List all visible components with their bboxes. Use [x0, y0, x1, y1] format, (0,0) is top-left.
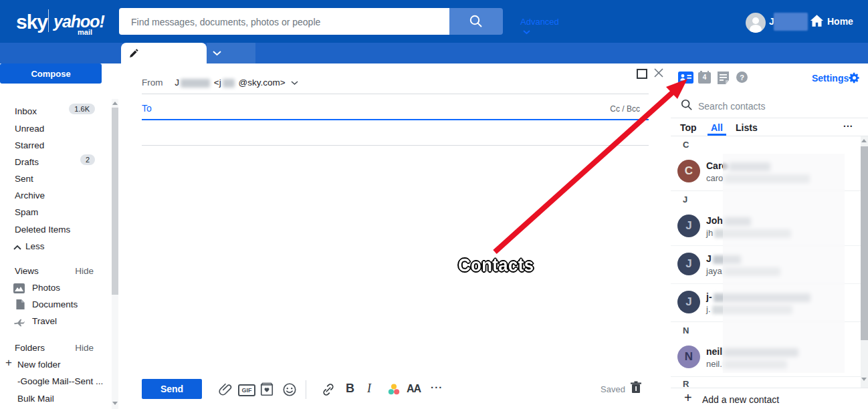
annotation-label: Contacts [458, 255, 534, 276]
font-size-icon[interactable]: AA [407, 383, 421, 398]
notepad-icon[interactable] [718, 72, 729, 84]
calendar-icon[interactable]: 4 [698, 72, 711, 84]
from-field[interactable]: From J <j @sky.com> [142, 78, 298, 88]
sidebar-item-drafts[interactable]: Drafts [15, 157, 39, 169]
greeting-card-icon[interactable] [259, 382, 274, 397]
sidebar-item-deleted-items[interactable]: Deleted Items [15, 225, 70, 237]
user-name-redaction [774, 13, 808, 31]
color-palette-icon[interactable] [387, 382, 401, 397]
contact-name: j- [706, 291, 712, 302]
subject-divider [142, 145, 649, 146]
maximize-icon[interactable] [637, 69, 647, 79]
contacts-redaction-overlay [723, 154, 845, 373]
search-button[interactable] [449, 8, 503, 35]
scroll-down-arrow[interactable] [112, 402, 118, 405]
contacts-scrollbar-thumb[interactable] [861, 146, 868, 340]
link-icon[interactable] [321, 382, 336, 397]
folder-item-google-sent[interactable]: -Google Mail--Sent ... [17, 376, 103, 386]
plus-icon: + [684, 390, 692, 406]
airplane-icon [13, 317, 25, 327]
sidebar-scrollbar-thumb[interactable] [112, 108, 118, 295]
contact-email: jh [706, 228, 713, 238]
more-icon[interactable]: ... [431, 379, 445, 394]
scroll-down-arrow[interactable] [861, 378, 867, 381]
contact-avatar: J [677, 253, 700, 275]
new-folder-button[interactable]: New folder [17, 360, 61, 370]
delete-draft-icon[interactable] [630, 381, 642, 394]
send-button[interactable]: Send [142, 379, 202, 399]
tab-top[interactable]: Top [680, 122, 697, 133]
italic-icon[interactable]: I [367, 382, 382, 396]
tab-options-area[interactable] [207, 43, 255, 63]
sidebar-item-documents[interactable]: Documents [32, 299, 78, 309]
contact-avatar: J [677, 215, 700, 237]
cc-bcc-toggle[interactable]: Cc / Bcc [610, 104, 640, 114]
views-section-title: Views [15, 266, 39, 276]
folders-section-title: Folders [15, 343, 45, 353]
home-icon[interactable] [810, 14, 824, 27]
toolbar-divider [306, 380, 306, 399]
contacts-icon[interactable] [678, 72, 693, 84]
sidebar-item-starred[interactable]: Starred [15, 140, 44, 152]
photos-icon [13, 283, 25, 293]
compose-tab[interactable] [121, 43, 207, 63]
chevron-up-icon [13, 245, 21, 250]
advanced-label: Advanced [520, 17, 559, 27]
contacts-search-input[interactable] [697, 99, 833, 114]
tab-lists[interactable]: Lists [736, 122, 758, 133]
from-email-prefix: <j [214, 78, 221, 88]
compose-window: From J <j @sky.com> To Cc / Bcc Send GIF [120, 63, 671, 409]
to-field[interactable]: To [142, 103, 152, 114]
scroll-up-arrow[interactable] [112, 102, 118, 105]
chevron-down-icon [213, 50, 221, 56]
from-label: From [142, 78, 163, 88]
sidebar-less-toggle[interactable]: Less [25, 241, 45, 253]
sidebar-item-archive[interactable]: Archive [15, 190, 45, 202]
views-hide-link[interactable]: Hide [75, 266, 94, 276]
from-name-redaction [181, 79, 210, 88]
help-icon[interactable]: ? [736, 72, 748, 83]
home-button[interactable]: Home [827, 16, 853, 27]
calendar-day-label: 4 [698, 74, 711, 81]
sidebar-item-inbox[interactable]: Inbox [15, 106, 37, 118]
inbox-count-badge: 1.6K [69, 104, 95, 114]
contacts-more-icon[interactable]: ... [843, 118, 853, 129]
folders-hide-link[interactable]: Hide [75, 343, 94, 353]
yahoo-mail-label: mail [78, 28, 92, 36]
gear-icon[interactable] [848, 72, 861, 84]
tabs-divider [671, 136, 868, 136]
scroll-up-arrow[interactable] [861, 139, 867, 142]
to-underline [142, 119, 649, 120]
gif-icon[interactable]: GIF [238, 384, 255, 396]
pencil-icon [128, 48, 139, 59]
bold-icon[interactable]: B [346, 382, 360, 396]
tab-all[interactable]: All [711, 122, 723, 133]
contact-email: neil. [706, 359, 722, 369]
contact-avatar: J [677, 291, 700, 313]
add-contact-label: Add a new contact [702, 394, 779, 405]
settings-link[interactable]: Settings [812, 73, 849, 84]
logo-divider [48, 9, 49, 32]
from-email-domain: @sky.com> [238, 78, 285, 88]
sidebar-item-photos[interactable]: Photos [32, 283, 60, 293]
folder-item-bulk-mail[interactable]: Bulk Mail [17, 394, 54, 404]
search-icon [469, 14, 483, 29]
sidebar-item-travel[interactable]: Travel [32, 316, 57, 326]
add-contact-bar[interactable]: + Add a new contact [671, 388, 868, 409]
emoji-icon[interactable] [282, 382, 297, 397]
message-body[interactable] [142, 146, 649, 374]
sky-logo[interactable]: sky [16, 11, 47, 33]
person-icon [746, 13, 766, 33]
sidebar-item-unread[interactable]: Unread [15, 124, 44, 136]
sidebar-item-sent[interactable]: Sent [15, 174, 33, 186]
search-input[interactable] [130, 8, 400, 36]
from-divider [142, 94, 649, 94]
folder-sidebar: Compose Inbox 1.6K Unread Starred Drafts… [0, 63, 120, 409]
compose-button[interactable]: Compose [0, 63, 102, 84]
user-avatar[interactable] [746, 13, 766, 33]
attach-paperclip-icon[interactable] [218, 382, 233, 397]
close-icon[interactable] [653, 67, 664, 78]
advanced-search-button[interactable]: Advanced [520, 17, 559, 37]
search-divider [671, 118, 868, 118]
sidebar-item-spam[interactable]: Spam [15, 207, 38, 219]
